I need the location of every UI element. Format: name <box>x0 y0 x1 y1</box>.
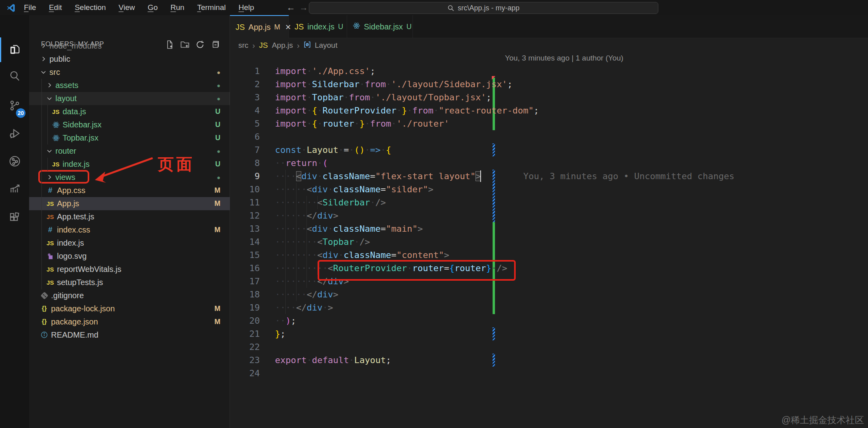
line-number[interactable]: 24 <box>239 367 260 380</box>
line-number[interactable]: 22 <box>239 340 260 354</box>
line-number[interactable]: 10 <box>239 183 260 196</box>
tree-item-setuptests-js[interactable]: JSsetupTests.js <box>29 276 230 289</box>
code-line-19[interactable]: ····</div·> <box>275 301 333 314</box>
code-token: from <box>370 119 391 129</box>
tree-item-app-css[interactable]: #App.cssM <box>29 184 230 197</box>
gutter-modified-bar[interactable] <box>493 143 495 156</box>
tree-item-layout[interactable]: layout● <box>29 92 230 105</box>
line-number[interactable]: 23 <box>239 354 260 367</box>
line-number[interactable]: 5 <box>239 117 260 130</box>
explorer-icon[interactable] <box>0 37 29 62</box>
gutter-modified-bar[interactable] <box>493 354 495 367</box>
line-number[interactable]: 11 <box>239 196 260 209</box>
code-line-15[interactable]: ········<div·className="content"> <box>275 248 449 262</box>
gutter-modified-bar[interactable] <box>493 327 495 340</box>
line-number[interactable]: 1 <box>239 64 260 78</box>
breadcrumb-item-app-js[interactable]: App.js <box>272 41 293 50</box>
code-line-11[interactable]: ········<Silderbar·/> <box>275 196 386 209</box>
code-line-7[interactable]: const·Layout·=·()·=>·{ <box>275 143 391 156</box>
menu-item-selection[interactable]: Selection <box>70 3 110 12</box>
menu-item-help[interactable]: Help <box>234 3 259 12</box>
tree-item-src[interactable]: src● <box>29 66 230 79</box>
search-view-icon[interactable] <box>0 63 29 88</box>
tree-item-readme-md[interactable]: README.md <box>29 328 230 342</box>
line-number[interactable]: 21 <box>239 327 260 340</box>
line-number[interactable]: 17 <box>239 275 260 288</box>
line-number[interactable]: 20 <box>239 314 260 327</box>
tab-app-js[interactable]: JSApp.jsM× <box>230 15 289 38</box>
tree-item-public[interactable]: public <box>29 53 230 66</box>
code-line-20[interactable]: ··); <box>275 314 296 327</box>
nav-back-button[interactable]: ← <box>285 2 297 13</box>
line-number[interactable]: 3 <box>239 91 260 104</box>
code-line-8[interactable]: ··return·( <box>275 156 328 170</box>
code-line-9[interactable]: ····<div·className="flex-start layout"> <box>275 170 481 183</box>
run-debug-icon[interactable] <box>0 121 29 146</box>
tree-item-reportwebvitals-js[interactable]: JSreportWebVitals.js <box>29 263 230 276</box>
menu-item-terminal[interactable]: Terminal <box>192 3 231 12</box>
js-file-icon: JS <box>45 200 55 207</box>
line-number[interactable]: 8 <box>239 156 260 170</box>
tree-item-sidebar-jsx[interactable]: Sidebar.jsxU <box>29 118 230 131</box>
code-token: · <box>349 145 354 155</box>
code-line-23[interactable]: export·default·Layout; <box>275 354 391 367</box>
code-line-4[interactable]: import·{·RouterProvider·}·from·"react-ro… <box>275 104 539 117</box>
code-line-5[interactable]: import·{·router·}·from·'./router' <box>275 117 449 130</box>
tree-item-index-js[interactable]: JSindex.js <box>29 236 230 250</box>
line-number[interactable]: 4 <box>239 104 260 117</box>
line-number[interactable]: 13 <box>239 222 260 235</box>
tree-item-package-lock-json[interactable]: {}package-lock.jsonM <box>29 302 230 315</box>
line-number[interactable]: 14 <box>239 235 260 248</box>
stats-extension-icon[interactable] <box>0 176 29 201</box>
extensions-icon[interactable] <box>0 205 29 230</box>
nav-forward-button[interactable]: → <box>298 2 309 13</box>
breadcrumb-item-layout[interactable]: Layout <box>315 41 338 50</box>
command-center-search[interactable]: src\App.js - my-app <box>309 2 658 14</box>
tree-item--gitignore[interactable]: .gitignore <box>29 289 230 302</box>
menu-item-file[interactable]: File <box>19 3 41 12</box>
line-number[interactable]: 18 <box>239 288 260 301</box>
code-line-13[interactable]: ······<div·className="main"> <box>275 222 423 235</box>
menu-item-view[interactable]: View <box>114 3 140 12</box>
line-number[interactable]: 7 <box>239 143 260 156</box>
tree-item-data-js[interactable]: JSdata.jsU <box>29 105 230 118</box>
menu-item-run[interactable]: Run <box>166 3 189 12</box>
menu-item-go[interactable]: Go <box>143 3 162 12</box>
tab-sidebar-jsx[interactable]: Sidebar.jsxU <box>347 15 413 38</box>
line-number[interactable]: 2 <box>239 78 260 91</box>
tab-index-js[interactable]: JSindex.jsU <box>289 15 347 38</box>
code-line-12[interactable]: ······</div> <box>275 209 338 222</box>
code-line-10[interactable]: ······<div·className="silder"> <box>275 183 433 196</box>
breadcrumb-item-src[interactable]: src <box>238 41 248 50</box>
code-line-18[interactable]: ······</div> <box>275 288 338 301</box>
line-number[interactable]: 19 <box>239 301 260 314</box>
tree-item-router[interactable]: router● <box>29 145 230 158</box>
tree-item-index-js[interactable]: JSindex.jsU <box>29 158 230 171</box>
tree-item-app-test-js[interactable]: JSApp.test.js <box>29 210 230 223</box>
code-line-14[interactable]: ········<Topbar·/> <box>275 235 370 248</box>
line-number[interactable]: 15 <box>239 248 260 262</box>
tree-item-label: src <box>49 68 60 77</box>
tree-item-views[interactable]: views● <box>29 171 230 184</box>
code-line-1[interactable]: import·'./App.css'; <box>275 64 375 78</box>
live-share-icon[interactable] <box>0 149 29 174</box>
menu-item-edit[interactable]: Edit <box>44 3 67 12</box>
breadcrumb[interactable]: src›JSApp.js›Layout <box>238 38 338 53</box>
code-line-3[interactable]: import·Topbar·from·'./layout/Topbar.jsx'… <box>275 91 491 104</box>
tree-item-index-css[interactable]: #index.cssM <box>29 223 230 236</box>
line-number[interactable]: 6 <box>239 130 260 143</box>
line-number[interactable]: 9 <box>239 170 260 183</box>
tree-item-node-modules[interactable]: node_modules <box>29 39 230 53</box>
code-editor[interactable]: You, 3 minutes ago | 1 author (You)1impo… <box>230 53 868 428</box>
tree-item-logo-svg[interactable]: logo.svg <box>29 250 230 263</box>
code-line-2[interactable]: import·Silderbar·from·'./layout/Sidebar.… <box>275 78 513 91</box>
line-number[interactable]: 16 <box>239 262 260 275</box>
tree-item-topbar-jsx[interactable]: Topbar.jsxU <box>29 131 230 145</box>
tree-item-assets[interactable]: assets● <box>29 79 230 92</box>
line-number[interactable]: 12 <box>239 209 260 222</box>
tree-item-label: assets <box>55 81 79 90</box>
code-line-21[interactable]: }; <box>275 327 286 340</box>
gutter-modified-bar[interactable] <box>493 170 495 222</box>
tree-item-package-json[interactable]: {}package.jsonM <box>29 315 230 328</box>
tree-item-app-js[interactable]: JSApp.jsM <box>29 197 230 210</box>
